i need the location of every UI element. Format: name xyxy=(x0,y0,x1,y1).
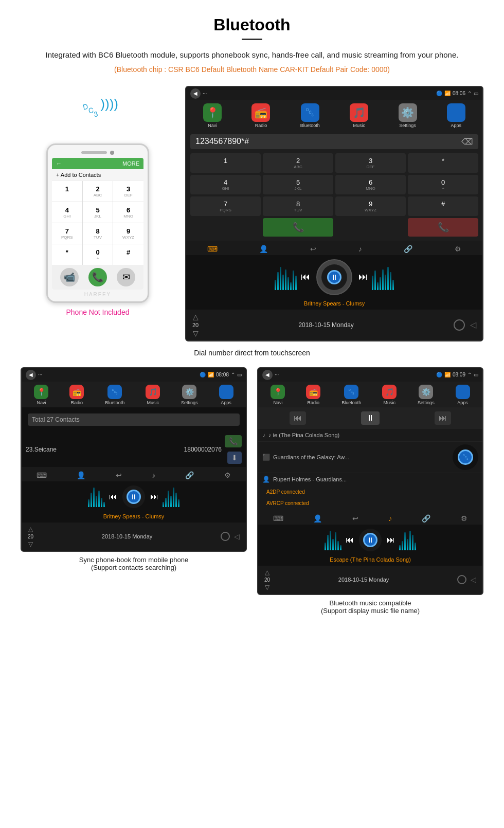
s2-radio-icon[interactable]: 📻 Radio xyxy=(69,385,84,405)
bt-play-btn[interactable]: ⏸ xyxy=(361,411,380,425)
s2-back-btn[interactable]: ◁ xyxy=(234,532,240,541)
s3-tab-music[interactable]: ♪ xyxy=(388,514,392,523)
s3-tab-link[interactable]: 🔗 xyxy=(422,514,430,523)
s3-music-icon[interactable]: 🎵 Music xyxy=(382,385,397,405)
s2-tab-music[interactable]: ♪ xyxy=(152,471,155,479)
s2-play-btn[interactable]: ⏸ xyxy=(127,490,141,504)
dial-0[interactable]: 0+ xyxy=(408,175,478,194)
phone-more-btn[interactable]: MORE xyxy=(122,160,139,167)
phone-key-9[interactable]: 9WXYZ xyxy=(113,223,143,244)
tab-keypad-icon[interactable]: ⌨ xyxy=(207,245,218,253)
s3-settings-icon[interactable]: ⚙️ Settings xyxy=(418,385,435,405)
s3-tab-keypad[interactable]: ⌨ xyxy=(273,514,283,523)
phone-video-btn[interactable]: 📹 xyxy=(60,268,79,286)
dial-3[interactable]: 3DEF xyxy=(335,153,406,173)
app-icon-apps[interactable]: Apps xyxy=(447,103,465,128)
phone-add-contact[interactable]: + Add to Contacts xyxy=(52,169,143,181)
dial-2[interactable]: 2ABC xyxy=(263,153,333,173)
phone-key-4[interactable]: 4GHI xyxy=(52,202,82,223)
s3-play-btn[interactable]: ⏸ xyxy=(363,533,377,547)
s2-back-arrow[interactable]: ◀ xyxy=(26,370,36,380)
phone-key-hash[interactable]: # xyxy=(113,244,143,265)
s2-prev-btn[interactable]: ⏮ xyxy=(109,492,117,501)
s3-tab-contacts[interactable]: 👤 xyxy=(313,514,322,523)
s2-settings-icon[interactable]: ⚙️ Settings xyxy=(181,385,198,405)
app-icon-music[interactable]: 🎵 Music xyxy=(350,103,368,128)
dial-8[interactable]: 8TUV xyxy=(263,196,333,216)
tab-link-icon[interactable]: 🔗 xyxy=(404,245,412,253)
s2-nav-down[interactable]: ▽ xyxy=(28,541,33,548)
s3-radio-icon[interactable]: 📻 Radio xyxy=(306,385,320,405)
s2-nav-up[interactable]: △ xyxy=(28,526,33,533)
tab-recent-icon[interactable]: ↩ xyxy=(310,245,316,253)
s3-navi-icon[interactable]: 📍 Navi xyxy=(271,385,285,405)
phone-key-3[interactable]: 3DEF xyxy=(113,181,143,202)
phone-key-8[interactable]: 8TUV xyxy=(83,223,113,244)
tab-contacts-icon[interactable]: 👤 xyxy=(259,245,268,253)
tab-music-icon[interactable]: ♪ xyxy=(358,245,362,253)
s3-apps-icon[interactable]: Apps xyxy=(456,385,470,405)
dial-1[interactable]: 1 xyxy=(190,153,261,173)
app-icon-radio[interactable]: 📻 Radio xyxy=(251,103,270,128)
next-btn[interactable]: ⏭ xyxy=(358,272,368,282)
phone-key-2[interactable]: 2ABC xyxy=(83,181,113,202)
dial-7[interactable]: 7PQRS xyxy=(190,196,261,216)
home-circle-btn[interactable] xyxy=(454,319,465,331)
s2-tab-link[interactable]: 🔗 xyxy=(185,471,194,479)
dial-end-btn[interactable]: 📞 xyxy=(408,218,478,237)
phone-key-0[interactable]: 0+ xyxy=(83,244,113,265)
back-triangle-btn[interactable]: ◁ xyxy=(470,320,476,330)
s2-tab-settings[interactable]: ⚙ xyxy=(224,471,231,479)
contact-call-btn[interactable]: 📞 xyxy=(225,435,242,447)
phone-back-btn[interactable]: ← xyxy=(56,160,62,167)
app-icon-navi[interactable]: 📍 Navi xyxy=(203,103,222,128)
s3-home-btn[interactable] xyxy=(457,575,466,584)
phone-key-5[interactable]: 5JKL xyxy=(83,202,113,223)
s2-tab-recent[interactable]: ↩ xyxy=(116,471,122,479)
s2-home-btn[interactable] xyxy=(221,532,230,541)
s2-music-icon[interactable]: 🎵 Music xyxy=(146,385,160,405)
nav-up-icon[interactable]: △ xyxy=(193,313,199,321)
s3-tab-settings[interactable]: ⚙ xyxy=(461,514,467,523)
contacts-search-box[interactable]: Total 27 Contacts xyxy=(28,413,240,426)
back-arrow-btn[interactable]: ◀ xyxy=(190,88,201,99)
dial-hash[interactable]: # xyxy=(408,196,478,216)
s3-prev-btn[interactable]: ⏮ xyxy=(346,535,354,545)
app-icon-settings[interactable]: ⚙️ Settings xyxy=(399,103,417,128)
dial-star[interactable]: * xyxy=(408,153,478,173)
dial-6[interactable]: 6MNO xyxy=(335,175,406,194)
dial-call-btn[interactable]: 📞 xyxy=(263,218,333,237)
s3-nav-down[interactable]: ▽ xyxy=(265,584,269,591)
playlist-item-3[interactable]: 👤 Rupert Holmes - Guardians... xyxy=(258,473,482,485)
s2-tab-contacts[interactable]: 👤 xyxy=(77,471,85,479)
phone-call-btn[interactable]: 📞 xyxy=(88,268,107,286)
dial-4[interactable]: 4GHI xyxy=(190,175,261,194)
s3-back-btn[interactable]: ◁ xyxy=(471,575,476,584)
s3-back-arrow[interactable]: ◀ xyxy=(262,370,273,380)
s3-tab-recent[interactable]: ↩ xyxy=(352,514,358,523)
s2-apps-icon[interactable]: Apps xyxy=(219,385,233,405)
contact-download-btn[interactable]: ⬇ xyxy=(227,452,242,464)
s3-nav-up[interactable]: △ xyxy=(265,569,269,576)
playlist-item-2[interactable]: ⬛ Guardians of the Galaxy: Aw... ␓ xyxy=(258,442,482,473)
dial-5[interactable]: 5JKL xyxy=(263,175,333,194)
phone-key-6[interactable]: 6MNO xyxy=(113,202,143,223)
s2-next-btn[interactable]: ⏭ xyxy=(150,492,158,501)
prev-btn[interactable]: ⏮ xyxy=(301,272,310,282)
tab-settings-icon[interactable]: ⚙ xyxy=(455,245,461,253)
phone-key-7[interactable]: 7PQRS xyxy=(52,223,82,244)
backspace-btn[interactable]: ⌫ xyxy=(461,137,473,147)
playlist-item-1[interactable]: ♪ ♪ ie (The Pina Colada Song) xyxy=(258,429,482,442)
s2-navi-icon[interactable]: 📍 Navi xyxy=(34,385,48,405)
s2-bt-app-icon[interactable]: ␓ Bluetooth xyxy=(105,385,124,405)
bt-next-btn[interactable]: ⏭ xyxy=(435,411,451,425)
phone-key-star[interactable]: * xyxy=(52,244,82,265)
phone-key-1[interactable]: 1 xyxy=(52,181,82,202)
nav-down-icon[interactable]: ▽ xyxy=(193,329,199,337)
bt-prev-btn[interactable]: ⏮ xyxy=(290,411,306,425)
s3-bt-app-icon[interactable]: ␓ Bluetooth xyxy=(341,385,361,405)
s2-tab-keypad[interactable]: ⌨ xyxy=(37,471,47,479)
app-icon-bluetooth[interactable]: ␓ Bluetooth xyxy=(300,103,320,128)
s3-next-btn[interactable]: ⏭ xyxy=(387,535,395,545)
dial-9[interactable]: 9WXYZ xyxy=(335,196,406,216)
